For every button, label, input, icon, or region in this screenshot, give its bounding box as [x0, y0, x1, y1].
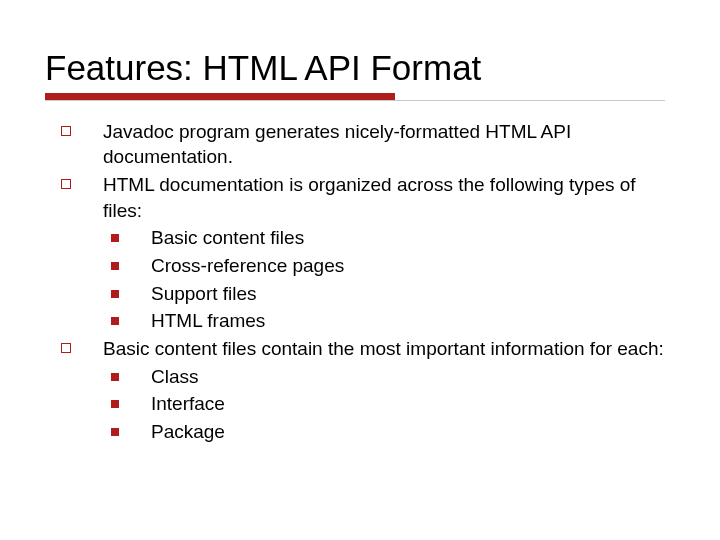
bullet-text: Package: [151, 421, 225, 442]
sub-list: Class Interface Package: [103, 364, 675, 445]
divider-line: [45, 100, 665, 101]
slide: Features: HTML API Format Javadoc progra…: [0, 0, 720, 540]
accent-bar: [45, 93, 395, 100]
bullet-list: Javadoc program generates nicely-formatt…: [55, 119, 675, 445]
list-item: Javadoc program generates nicely-formatt…: [55, 119, 675, 170]
sub-list: Basic content files Cross-reference page…: [103, 225, 675, 334]
bullet-text: HTML frames: [151, 310, 265, 331]
bullet-text: HTML documentation is organized across t…: [103, 174, 636, 221]
bullet-text: Interface: [151, 393, 225, 414]
list-item: Interface: [103, 391, 675, 417]
list-item: Support files: [103, 281, 675, 307]
bullet-text: Basic content files contain the most imp…: [103, 338, 664, 359]
list-item: Class: [103, 364, 675, 390]
title-rule: [45, 93, 675, 101]
list-item: Package: [103, 419, 675, 445]
bullet-text: Cross-reference pages: [151, 255, 344, 276]
slide-title: Features: HTML API Format: [45, 50, 675, 87]
bullet-text: Javadoc program generates nicely-formatt…: [103, 121, 571, 168]
list-item: HTML frames: [103, 308, 675, 334]
bullet-text: Basic content files: [151, 227, 304, 248]
bullet-text: Class: [151, 366, 199, 387]
bullet-text: Support files: [151, 283, 257, 304]
list-item: Basic content files: [103, 225, 675, 251]
list-item: Basic content files contain the most imp…: [55, 336, 675, 445]
list-item: HTML documentation is organized across t…: [55, 172, 675, 334]
list-item: Cross-reference pages: [103, 253, 675, 279]
